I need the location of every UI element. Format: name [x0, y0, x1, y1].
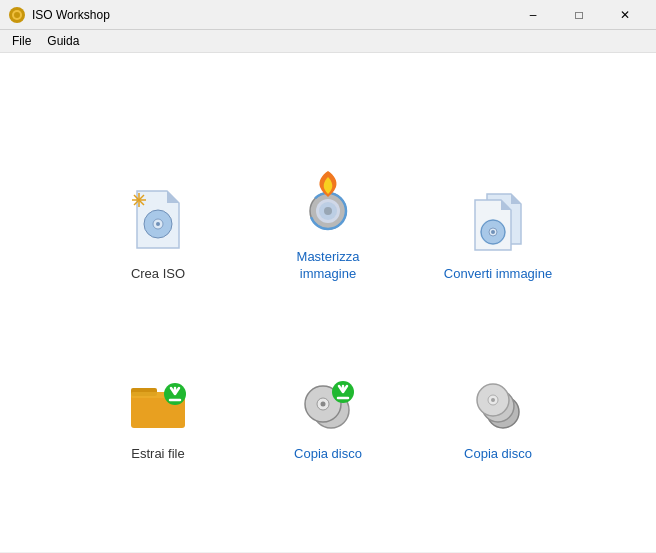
copia-disco-2-button[interactable]: Copia disco	[428, 313, 568, 473]
menu-guida[interactable]: Guida	[39, 32, 87, 50]
title-bar-controls: – □ ✕	[510, 0, 648, 30]
copia-disco-2-label: Copia disco	[464, 446, 532, 463]
copia-disco-2-icon	[463, 366, 533, 436]
menu-file[interactable]: File	[4, 32, 39, 50]
masterizza-label: Masterizza immagine	[297, 249, 360, 283]
estrai-label: Estrai file	[131, 446, 184, 463]
converti-button[interactable]: Converti immagine	[428, 133, 568, 293]
masterizza-button[interactable]: Masterizza immagine	[258, 133, 398, 293]
estrai-icon	[123, 366, 193, 436]
svg-point-44	[491, 398, 495, 402]
menu-bar: File Guida	[0, 30, 656, 53]
svg-point-2	[14, 12, 20, 18]
converti-label: Converti immagine	[444, 266, 552, 283]
close-button[interactable]: ✕	[602, 0, 648, 30]
crea-iso-icon	[123, 186, 193, 256]
main-content: Crea ISO	[0, 53, 656, 552]
title-bar: ISO Workshop – □ ✕	[0, 0, 656, 30]
svg-point-23	[491, 230, 495, 234]
copia-disco-1-button[interactable]: Copia disco	[258, 313, 398, 473]
crea-iso-button[interactable]: Crea ISO	[88, 133, 228, 293]
svg-point-7	[156, 222, 160, 226]
maximize-button[interactable]: □	[556, 0, 602, 30]
app-icon	[8, 6, 26, 24]
copia-disco-1-icon	[293, 366, 363, 436]
title-bar-left: ISO Workshop	[8, 6, 110, 24]
copia-disco-1-label: Copia disco	[294, 446, 362, 463]
svg-marker-4	[167, 191, 179, 203]
converti-icon	[463, 186, 533, 256]
svg-point-16	[319, 202, 337, 220]
estrai-button[interactable]: Estrai file	[88, 313, 228, 473]
minimize-button[interactable]: –	[510, 0, 556, 30]
app-title: ISO Workshop	[32, 8, 110, 22]
svg-point-35	[321, 401, 326, 406]
icon-grid: Crea ISO	[88, 133, 568, 473]
svg-marker-18	[511, 194, 521, 204]
masterizza-icon	[293, 169, 363, 239]
crea-iso-label: Crea ISO	[131, 266, 185, 283]
